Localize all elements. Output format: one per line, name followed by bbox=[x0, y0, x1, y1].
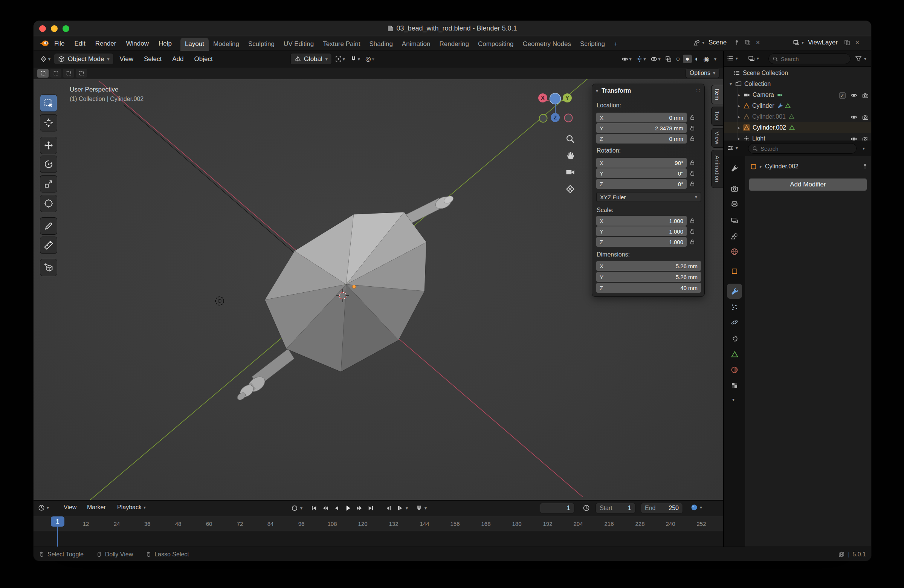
workspace-tab-animation[interactable]: Animation bbox=[397, 38, 435, 51]
location-z-field[interactable]: Z0 mm bbox=[596, 134, 687, 144]
viewport-menu-select[interactable]: Select bbox=[139, 55, 166, 63]
jump-next-keyframe-button[interactable] bbox=[354, 503, 365, 514]
workspace-tab-layout[interactable]: Layout bbox=[180, 38, 209, 51]
tab-constraints[interactable] bbox=[727, 331, 742, 346]
add-modifier-button[interactable]: Add Modifier bbox=[749, 178, 867, 191]
outliner-row-light[interactable]: ▸ Light bbox=[724, 133, 872, 141]
tool-box-select[interactable] bbox=[40, 95, 57, 112]
tab-physics[interactable] bbox=[727, 315, 742, 330]
sidebar-tab-view[interactable]: View bbox=[711, 128, 723, 148]
outliner-display-mode[interactable]: ▾ bbox=[748, 55, 759, 62]
lock-icon[interactable] bbox=[689, 114, 695, 120]
select-mode-new-button[interactable] bbox=[37, 69, 49, 77]
tab-object[interactable] bbox=[727, 264, 742, 279]
dimensions-z-field[interactable]: Z40 mm bbox=[596, 283, 701, 293]
timeline-track-area[interactable] bbox=[33, 531, 723, 547]
orthographic-grid-icon[interactable] bbox=[566, 185, 574, 193]
workspace-tab-geometry-nodes[interactable]: Geometry Nodes bbox=[518, 38, 575, 51]
titlebar[interactable]: 03_bead_with_rod.blend - Blender 5.0.1 bbox=[33, 21, 871, 36]
sidebar-tab-animation[interactable]: Animation bbox=[711, 150, 723, 188]
viewport-menu-object[interactable]: Object bbox=[190, 55, 217, 63]
navigation-gizmo[interactable]: X Y Z bbox=[538, 93, 572, 122]
use-preview-range-icon[interactable] bbox=[583, 504, 590, 512]
scene-selector[interactable]: ▾ Scene ✕ bbox=[694, 39, 760, 46]
outliner-search[interactable] bbox=[768, 54, 850, 64]
shading-material-button[interactable]: ◐ bbox=[693, 55, 700, 63]
tool-measure[interactable] bbox=[40, 237, 57, 254]
workspace-tab-texture-paint[interactable]: Texture Paint bbox=[318, 38, 365, 51]
tool-annotate[interactable] bbox=[40, 217, 57, 235]
tab-texture[interactable] bbox=[727, 378, 742, 393]
mode-selector[interactable]: Object Mode ▾ bbox=[54, 53, 113, 65]
object-visibility-dropdown[interactable]: ▾ bbox=[620, 56, 634, 63]
unlink-scene-icon[interactable]: ✕ bbox=[755, 40, 760, 46]
tab-world[interactable] bbox=[727, 244, 742, 259]
location-y-field[interactable]: Y2.3478 mm bbox=[596, 123, 687, 133]
select-mode-intersect-button[interactable] bbox=[76, 69, 87, 77]
playhead-badge[interactable]: 1 bbox=[51, 517, 65, 526]
tab-output[interactable] bbox=[727, 197, 742, 212]
snap-toggle[interactable]: ▾ bbox=[348, 56, 362, 62]
pin-icon[interactable] bbox=[862, 163, 868, 169]
view-layer-name[interactable]: ViewLayer bbox=[808, 39, 838, 46]
transform-orientation-selector[interactable]: Global ▾ bbox=[291, 53, 332, 65]
tool-move[interactable] bbox=[40, 137, 57, 154]
pin-icon[interactable] bbox=[734, 40, 740, 46]
rotation-mode-dropdown[interactable]: XYZ Euler ▾ bbox=[596, 192, 701, 202]
play-button[interactable] bbox=[342, 503, 354, 514]
shading-solid-button[interactable]: ● bbox=[683, 55, 692, 63]
workspace-tab-compositing[interactable]: Compositing bbox=[474, 38, 518, 51]
drag-handle-icon[interactable]: ∷ bbox=[696, 87, 700, 94]
snap-playhead-button[interactable] bbox=[413, 503, 425, 514]
overlays-dropdown[interactable]: ▾ bbox=[649, 56, 662, 63]
playhead-line[interactable] bbox=[57, 526, 58, 547]
tool-transform[interactable] bbox=[40, 195, 57, 212]
tab-material[interactable] bbox=[727, 362, 742, 378]
jump-to-end-button[interactable] bbox=[365, 503, 376, 514]
menu-file[interactable]: File bbox=[49, 36, 69, 51]
lock-icon[interactable] bbox=[689, 218, 695, 224]
menu-edit[interactable]: Edit bbox=[69, 36, 90, 51]
dimensions-y-field[interactable]: Y5.26 mm bbox=[596, 272, 701, 282]
viewport-menu-view[interactable]: View bbox=[115, 55, 138, 63]
lock-icon[interactable] bbox=[689, 181, 695, 187]
menu-help[interactable]: Help bbox=[154, 36, 177, 51]
rotation-z-field[interactable]: Z0° bbox=[596, 179, 687, 189]
remove-view-layer-icon[interactable]: ✕ bbox=[855, 40, 860, 46]
jump-to-start-button[interactable] bbox=[308, 503, 320, 514]
scale-y-field[interactable]: Y1.000 bbox=[596, 226, 687, 236]
outliner-row-scene-collection[interactable]: Scene Collection bbox=[724, 68, 872, 78]
lock-icon[interactable] bbox=[689, 160, 695, 166]
outliner-search-input[interactable] bbox=[781, 56, 846, 62]
pan-control-icon[interactable] bbox=[567, 152, 574, 159]
scale-z-field[interactable]: Z1.000 bbox=[596, 237, 687, 247]
gizmo-x-neg-axis[interactable] bbox=[565, 114, 572, 122]
current-frame-field[interactable]: 1 bbox=[540, 503, 574, 514]
timeline-ruler[interactable]: 12 24 36 48 60 72 84 96 108 120 132 144 … bbox=[33, 516, 723, 531]
xray-toggle[interactable] bbox=[663, 56, 673, 62]
timeline-editor-selector[interactable]: ▾ bbox=[38, 504, 49, 511]
play-reverse-button[interactable] bbox=[331, 503, 342, 514]
sidebar-tab-item[interactable]: Item bbox=[711, 85, 723, 104]
proportional-editing-toggle[interactable]: ◎ ▾ bbox=[363, 55, 376, 63]
tab-view-layer[interactable] bbox=[727, 213, 742, 228]
view-layer-selector[interactable]: ▾ ViewLayer ✕ bbox=[793, 39, 860, 46]
breadcrumb-object-name[interactable]: Cylinder.002 bbox=[765, 163, 798, 170]
lock-icon[interactable] bbox=[689, 239, 695, 245]
workspace-tab-modeling[interactable]: Modeling bbox=[209, 38, 244, 51]
outliner-row-camera[interactable]: ▸ Camera bbox=[724, 89, 872, 100]
sidebar-tab-tool[interactable]: Tool bbox=[711, 107, 723, 126]
filter-icon[interactable] bbox=[855, 55, 862, 62]
workspace-tab-scripting[interactable]: Scripting bbox=[575, 38, 610, 51]
select-mode-extend-button[interactable] bbox=[50, 69, 62, 77]
tab-object-data[interactable] bbox=[727, 346, 742, 362]
dimensions-x-field[interactable]: X5.26 mm bbox=[596, 261, 701, 271]
rotation-x-field[interactable]: X90° bbox=[596, 158, 687, 168]
gizmo-z-neg-axis[interactable] bbox=[550, 93, 561, 104]
workspace-tab-uv-editing[interactable]: UV Editing bbox=[279, 38, 318, 51]
timeline-menu-view[interactable]: View bbox=[64, 504, 76, 511]
tool-rotate[interactable] bbox=[40, 156, 57, 173]
lock-icon[interactable] bbox=[689, 228, 695, 234]
tool-add-cube[interactable] bbox=[40, 259, 57, 276]
tab-modifiers[interactable] bbox=[727, 284, 742, 299]
